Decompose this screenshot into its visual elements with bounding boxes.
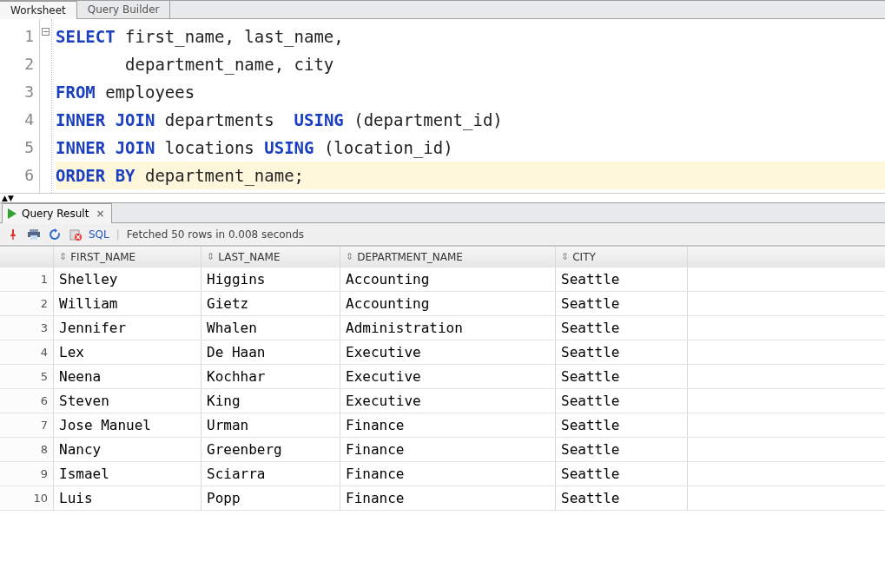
table-row[interactable]: 4LexDe HaanExecutiveSeattle [0,340,885,365]
cell-city[interactable]: Seattle [556,365,688,389]
line-number: 1 [0,23,34,50]
tab-worksheet[interactable]: Worksheet [0,1,77,19]
cell-city[interactable]: Seattle [556,292,688,316]
cell-city[interactable]: Seattle [556,486,688,511]
pane-splitter[interactable]: ▲▼ [0,194,885,202]
tab-query-result[interactable]: Query Result × [2,203,112,223]
cell-last-name[interactable]: Kochhar [201,365,340,389]
cell-city[interactable]: Seattle [556,389,688,413]
cell-dept-name[interactable]: Administration [340,316,556,340]
code-line[interactable]: department_name, city [56,50,885,78]
cell-last-name[interactable]: Gietz [201,292,340,316]
cell-first-name[interactable]: Shelley [54,268,201,292]
cell-dept-name[interactable]: Executive [340,389,556,413]
cell-first-name[interactable]: Jennifer [54,316,201,340]
table-row[interactable]: 5NeenaKochharExecutiveSeattle [0,365,885,389]
code-line[interactable]: INNER JOIN locations USING (location_id) [56,134,885,162]
column-header-last-name[interactable]: ⇕LAST_NAME [201,247,340,268]
table-row[interactable]: 2WilliamGietzAccountingSeattle [0,292,885,316]
cell-last-name[interactable]: Higgins [201,268,340,292]
cell-city[interactable]: Seattle [556,413,688,438]
cell-filler [688,462,885,486]
delete-icon[interactable] [68,227,83,242]
row-number: 7 [0,413,54,438]
cell-first-name[interactable]: Neena [54,365,201,389]
column-header-city[interactable]: ⇕CITY [556,247,688,268]
cell-first-name[interactable]: Jose Manuel [54,413,201,438]
row-number: 6 [0,389,54,413]
line-number: 3 [0,78,34,106]
cell-first-name[interactable]: William [54,292,201,316]
code-line[interactable]: INNER JOIN departments USING (department… [56,106,885,134]
table-row[interactable]: 9IsmaelSciarraFinanceSeattle [0,462,885,486]
cell-filler [688,438,885,462]
code-line[interactable]: ORDER BY department_name; [56,162,885,189]
sql-link[interactable]: SQL [89,228,109,241]
svg-rect-0 [12,236,13,240]
toolbar-separator: | [116,228,120,241]
code-area[interactable]: SELECT first_name, last_name, department… [52,19,885,193]
cell-dept-name[interactable]: Finance [340,486,556,511]
sort-icon: ⇕ [561,251,569,262]
cell-filler [688,292,885,316]
table-row[interactable]: 1ShelleyHigginsAccountingSeattle [0,268,885,292]
sort-icon: ⇕ [346,251,353,262]
cell-dept-name[interactable]: Accounting [340,268,556,292]
column-header-dept-name[interactable]: ⇕DEPARTMENT_NAME [340,247,556,268]
fold-toggle-icon[interactable]: − [42,28,50,36]
cell-first-name[interactable]: Nancy [54,438,201,462]
cell-last-name[interactable]: Popp [201,486,340,511]
row-number: 9 [0,462,54,486]
table-row[interactable]: 10LuisPoppFinanceSeattle [0,486,885,511]
row-number: 4 [0,340,54,365]
row-number: 10 [0,486,54,511]
cell-last-name[interactable]: Urman [201,413,340,438]
cell-dept-name[interactable]: Finance [340,413,556,438]
header-filler [688,247,885,268]
cell-dept-name[interactable]: Finance [340,438,556,462]
column-header-first-name[interactable]: ⇕FIRST_NAME [54,247,201,268]
cell-last-name[interactable]: De Haan [201,340,340,365]
pin-icon[interactable] [5,227,21,242]
sql-editor[interactable]: 123456 − SELECT first_name, last_name, d… [0,19,885,194]
refresh-icon[interactable] [47,227,63,242]
cell-dept-name[interactable]: Finance [340,462,556,486]
close-icon[interactable]: × [94,208,106,220]
cell-last-name[interactable]: King [201,389,340,413]
cell-dept-name[interactable]: Accounting [340,292,556,316]
cell-last-name[interactable]: Greenberg [201,438,340,462]
code-line[interactable]: SELECT first_name, last_name, [56,23,885,50]
cell-first-name[interactable]: Steven [54,389,201,413]
cell-last-name[interactable]: Whalen [201,316,340,340]
row-number: 3 [0,316,54,340]
cell-filler [688,340,885,365]
table-row[interactable]: 3JenniferWhalenAdministrationSeattle [0,316,885,340]
tab-query-builder[interactable]: Query Builder [77,1,171,18]
cell-city[interactable]: Seattle [556,268,688,292]
cell-filler [688,389,885,413]
svg-rect-3 [30,235,37,240]
line-number: 5 [0,134,34,162]
cell-city[interactable]: Seattle [556,316,688,340]
sort-icon: ⇕ [207,251,215,262]
cell-first-name[interactable]: Lex [54,340,201,365]
fold-gutter[interactable]: − [40,19,52,193]
cell-filler [688,486,885,511]
print-icon[interactable] [26,227,42,242]
cell-city[interactable]: Seattle [556,340,688,365]
cell-last-name[interactable]: Sciarra [201,462,340,486]
table-row[interactable]: 8NancyGreenbergFinanceSeattle [0,438,885,462]
cell-dept-name[interactable]: Executive [340,340,556,365]
cell-city[interactable]: Seattle [556,462,688,486]
cell-filler [688,365,885,389]
line-number-gutter: 123456 [0,19,40,193]
code-line[interactable]: FROM employees [56,78,885,106]
table-row[interactable]: 7Jose ManuelUrmanFinanceSeattle [0,413,885,438]
table-row[interactable]: 6StevenKingExecutiveSeattle [0,389,885,413]
cell-dept-name[interactable]: Executive [340,365,556,389]
cell-first-name[interactable]: Luis [54,486,201,511]
cell-city[interactable]: Seattle [556,438,688,462]
cell-filler [688,268,885,292]
row-number: 8 [0,438,54,462]
cell-first-name[interactable]: Ismael [54,462,201,486]
